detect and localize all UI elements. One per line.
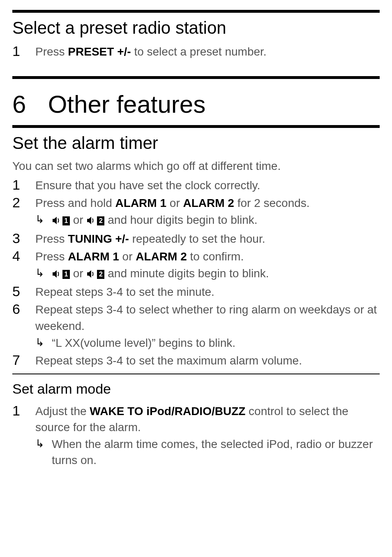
text: repeatedly to set the hour. <box>129 232 265 245</box>
result-arrow-icon: ↳ <box>35 265 52 282</box>
alarm-step-1: 1 Ensure that you have set the clock cor… <box>12 176 380 193</box>
step-number: 7 <box>12 352 35 369</box>
preset-button-label: PRESET +/- <box>68 45 131 58</box>
speaker-icon <box>52 213 62 229</box>
alarm-1-badge-icon: 1 <box>62 216 70 225</box>
step-number: 1 <box>12 43 35 60</box>
step-body: Repeat steps 3-4 to set the minute. <box>35 283 380 300</box>
sub-result: ↳ 1 or 2 and minute digits begin to blin… <box>35 265 380 282</box>
result-arrow-icon: ↳ <box>35 212 52 229</box>
tuning-label: TUNING +/- <box>68 232 129 245</box>
result-arrow-icon: ↳ <box>35 436 52 468</box>
text: Press and hold <box>35 197 115 209</box>
speaker-icon <box>86 213 96 229</box>
alarm-2-badge-icon: 2 <box>97 270 104 279</box>
step-body: Repeat steps 3-4 to select whether to ri… <box>35 301 380 351</box>
divider-thin <box>12 374 380 374</box>
sub-result: ↳ 1 or 2 and hour digits begin to blink. <box>35 212 380 229</box>
step-number: 4 <box>12 248 35 282</box>
sub-body: “L XX(volume level)” begins to blink. <box>52 335 380 351</box>
preset-step-1: 1 Press PRESET +/- to select a preset nu… <box>12 43 380 60</box>
text: or <box>119 250 136 263</box>
text: Adjust the <box>35 405 90 418</box>
text: to confirm. <box>187 250 244 263</box>
text: Press <box>35 232 68 245</box>
step-number: 3 <box>12 230 35 247</box>
text: or <box>73 267 87 280</box>
alarm-1-badge-icon: 1 <box>62 270 70 279</box>
alarm-step-5: 5 Repeat steps 3-4 to set the minute. <box>12 283 380 300</box>
sub-result: ↳ When the alarm time comes, the selecte… <box>35 436 380 468</box>
heading-select-preset: Select a preset radio station <box>12 16 380 40</box>
step-body: Adjust the WAKE TO iPod/RADIO/BUZZ contr… <box>35 402 380 469</box>
heading-set-alarm-mode: Set alarm mode <box>12 379 380 399</box>
result-arrow-icon: ↳ <box>35 335 52 351</box>
alarm-step-3: 3 Press TUNING +/- repeatedly to set the… <box>12 230 380 247</box>
chapter-title: Other features <box>48 91 206 118</box>
step-body: Repeat steps 3-4 to set the maximum alar… <box>35 352 380 369</box>
step-body: Press and hold ALARM 1 or ALARM 2 for 2 … <box>35 194 380 229</box>
text: or <box>73 214 87 226</box>
text: for 2 seconds. <box>234 197 310 209</box>
sub-body: 1 or 2 and hour digits begin to blink. <box>52 212 380 229</box>
alarm-step-4: 4 Press ALARM 1 or ALARM 2 to confirm. ↳… <box>12 248 380 282</box>
step-body: Press TUNING +/- repeatedly to set the h… <box>35 230 380 247</box>
text: or <box>166 197 183 209</box>
step-body: Press ALARM 1 or ALARM 2 to confirm. ↳ 1… <box>35 248 380 282</box>
step-number: 1 <box>12 402 35 469</box>
step-number: 5 <box>12 283 35 300</box>
sub-body: When the alarm time comes, the selected … <box>52 436 380 468</box>
speaker-icon <box>52 266 62 282</box>
alarm2-label: ALARM 2 <box>136 250 187 263</box>
sub-result: ↳ “L XX(volume level)” begins to blink. <box>35 335 380 351</box>
step-body: Press PRESET +/- to select a preset numb… <box>35 43 380 60</box>
text: and hour digits begin to blink. <box>108 214 257 226</box>
step-number: 6 <box>12 301 35 351</box>
alarm2-label: ALARM 2 <box>183 197 234 209</box>
alarm-step-2: 2 Press and hold ALARM 1 or ALARM 2 for … <box>12 194 380 229</box>
chapter-heading: 6 Other features <box>12 87 380 122</box>
chapter-number: 6 <box>12 87 41 122</box>
sub-body: 1 or 2 and minute digits begin to blink. <box>52 265 380 282</box>
text: to select a preset number. <box>131 45 267 58</box>
alarm1-label: ALARM 1 <box>115 197 166 209</box>
divider-thick <box>12 76 380 79</box>
alarm1-label: ALARM 1 <box>68 250 119 263</box>
mode-step-1: 1 Adjust the WAKE TO iPod/RADIO/BUZZ con… <box>12 402 380 469</box>
step-body: Ensure that you have set the clock corre… <box>35 176 380 193</box>
divider-thick <box>12 125 380 128</box>
text: Press <box>35 250 68 263</box>
heading-set-alarm-timer: Set the alarm timer <box>12 131 380 155</box>
divider-thick <box>12 10 380 13</box>
alarm-step-6: 6 Repeat steps 3-4 to select whether to … <box>12 301 380 351</box>
step-number: 1 <box>12 176 35 193</box>
alarm-step-7: 7 Repeat steps 3-4 to set the maximum al… <box>12 352 380 369</box>
text: Repeat steps 3-4 to select whether to ri… <box>35 303 377 332</box>
alarm-2-badge-icon: 2 <box>97 216 104 225</box>
wake-to-label: WAKE TO iPod/RADIO/BUZZ <box>90 405 245 418</box>
step-number: 2 <box>12 194 35 229</box>
text: and minute digits begin to blink. <box>108 267 269 280</box>
speaker-icon <box>86 266 96 282</box>
text: Press <box>35 45 68 58</box>
alarm-intro: You can set two alarms which go off at d… <box>12 158 380 174</box>
